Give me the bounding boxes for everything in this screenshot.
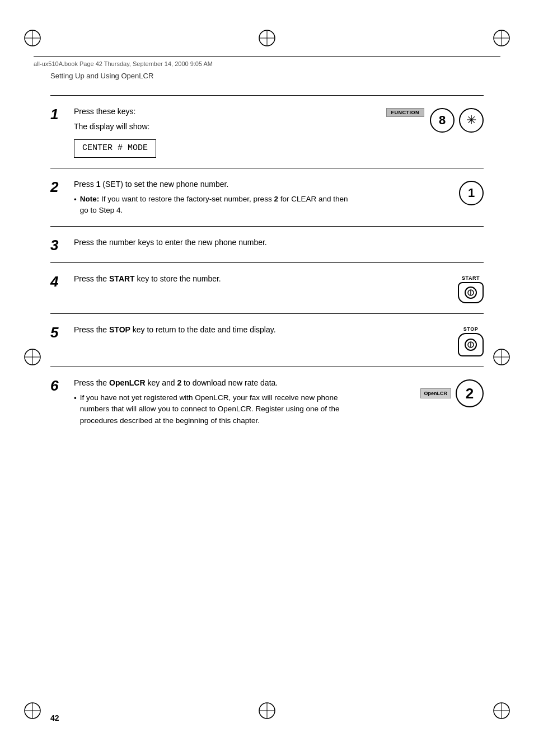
step-4-icons: START xyxy=(360,273,484,303)
display-box: CENTER # MODE xyxy=(74,139,156,158)
step-1-instruction: Press these keys: xyxy=(74,106,349,118)
key-2-circle: 2 xyxy=(456,379,484,407)
function-key-group: FUNCTION xyxy=(386,108,425,117)
step-5-instruction: Press the STOP key to return to the date… xyxy=(74,324,349,336)
page: all-ux510A.book Page 42 Thursday, Septem… xyxy=(0,0,534,756)
function-key-label: FUNCTION xyxy=(386,108,425,117)
step-6-number: 6 xyxy=(50,377,68,426)
key-star-circle: ✳ xyxy=(459,108,484,133)
page-number: 42 xyxy=(50,713,59,722)
key-1-circle: 1 xyxy=(459,181,484,205)
step-5-row: 5 Press the STOP key to return to the da… xyxy=(50,313,484,367)
step-6-icons: OpenLCR 2 xyxy=(360,377,484,426)
key-8-label: 8 xyxy=(439,113,446,128)
step-2-content: Press 1 (SET) to set the new phone numbe… xyxy=(74,179,360,217)
step-3-row: 3 Press the number keys to enter the new… xyxy=(50,226,484,262)
start-key-label: START xyxy=(462,275,480,281)
step-2-icons: 1 xyxy=(360,179,484,217)
openlcr-key-group: OpenLCR 2 xyxy=(420,379,484,407)
openlcr-key-button: OpenLCR xyxy=(420,388,452,398)
step-4-content: Press the START key to store the number. xyxy=(74,273,360,303)
step-6-note: If you have not yet registered with Open… xyxy=(74,392,349,426)
key-2-label: 2 xyxy=(466,385,474,402)
reg-mark-bot-right xyxy=(491,701,512,722)
stop-key-label: STOP xyxy=(463,326,478,332)
start-key-group: START xyxy=(458,275,484,303)
step-5-icons: STOP xyxy=(360,324,484,356)
step-1-number: 1 xyxy=(50,106,68,158)
stop-key-group: STOP xyxy=(458,326,484,356)
step-3-icons xyxy=(360,237,484,252)
step-3-number: 3 xyxy=(50,237,68,252)
step-1-icons: FUNCTION 8 ✳ xyxy=(360,106,484,158)
start-key-body xyxy=(458,282,484,303)
step-1-key-icons: 8 ✳ xyxy=(430,108,484,133)
step-1-subtext: The display will show: xyxy=(74,121,349,133)
step-2-note-text: Note: If you want to restore the factory… xyxy=(80,194,349,217)
key-8-circle: 8 xyxy=(430,108,455,133)
reg-mark-bot-mid xyxy=(257,701,277,722)
reg-mark-bot-left xyxy=(22,701,43,722)
step-4-number: 4 xyxy=(50,273,68,303)
step-4-instruction: Press the START key to store the number. xyxy=(74,273,349,285)
step-2-instruction: Press 1 (SET) to set the new phone numbe… xyxy=(74,179,349,190)
step-2-number: 2 xyxy=(50,179,68,217)
key-1-label: 1 xyxy=(468,186,475,200)
start-key-inner xyxy=(465,287,477,299)
step-6-row: 6 Press the OpenLCR key and 2 to downloa… xyxy=(50,367,484,436)
step-5-number: 5 xyxy=(50,324,68,356)
reg-mark-top-right xyxy=(491,28,512,50)
header-bar: all-ux510A.book Page 42 Thursday, Septem… xyxy=(34,56,500,68)
step-6-note-text: If you have not yet registered with Open… xyxy=(80,392,349,426)
step-1-content: Press these keys: The display will show:… xyxy=(74,106,360,158)
file-info: all-ux510A.book Page 42 Thursday, Septem… xyxy=(34,60,213,67)
step-5-content: Press the STOP key to return to the date… xyxy=(74,324,360,356)
step-1-row: 1 Press these keys: The display will sho… xyxy=(50,95,484,168)
chapter-heading: Setting Up and Using OpenLCR xyxy=(50,72,153,80)
step-6-content: Press the OpenLCR key and 2 to download … xyxy=(74,377,360,426)
reg-mark-mid-left xyxy=(22,347,43,369)
step-4-row: 4 Press the START key to store the numbe… xyxy=(50,262,484,313)
key-star-label: ✳ xyxy=(466,113,476,128)
step-3-content: Press the number keys to enter the new p… xyxy=(74,237,360,252)
step-6-instruction: Press the OpenLCR key and 2 to download … xyxy=(74,377,349,389)
reg-mark-top-left xyxy=(22,28,43,50)
step-2-row: 2 Press 1 (SET) to set the new phone num… xyxy=(50,168,484,227)
reg-mark-mid-right xyxy=(491,347,512,369)
stop-key-body xyxy=(458,333,484,356)
step-2-note: Note: If you want to restore the factory… xyxy=(74,194,349,217)
stop-key-inner xyxy=(465,339,477,351)
content-area: 1 Press these keys: The display will sho… xyxy=(50,95,484,689)
reg-mark-top-mid xyxy=(257,28,277,50)
step-3-instruction: Press the number keys to enter the new p… xyxy=(74,237,349,248)
